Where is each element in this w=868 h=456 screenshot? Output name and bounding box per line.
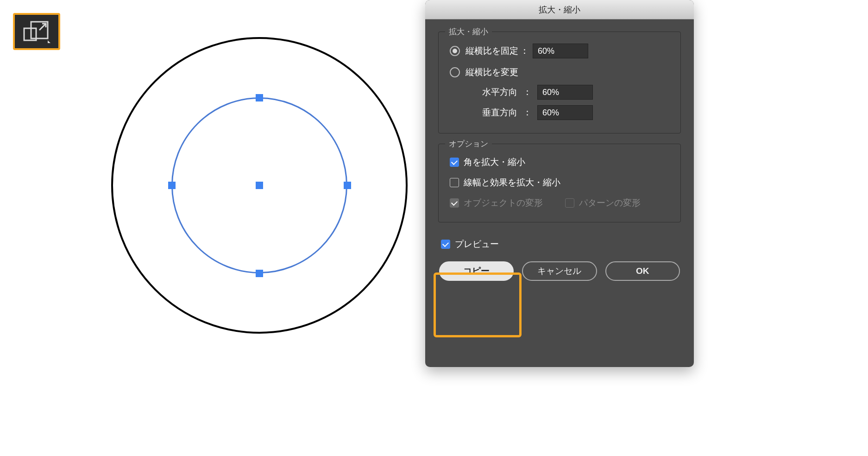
scale-corners-label: 角を拡大・縮小 — [464, 156, 525, 168]
anchor-top[interactable] — [256, 94, 263, 101]
horizontal-row: 水平方向 ： 60% — [450, 82, 669, 102]
ok-button[interactable]: OK — [605, 261, 680, 281]
scale-dialog: 拡大・縮小 拡大・縮小 縦横比を固定 ： 60% 縦横比を変更 水平方向 ： 6… — [425, 0, 694, 367]
uniform-value-field[interactable]: 60% — [533, 44, 588, 58]
anchor-right[interactable] — [344, 182, 351, 189]
scale-tool-icon — [13, 13, 60, 50]
uniform-label: 縦横比を固定 — [465, 45, 518, 57]
nonuniform-scale-row[interactable]: 縦横比を変更 — [450, 63, 669, 82]
preview-row[interactable]: プレビュー — [438, 233, 681, 250]
scale-strokes-row[interactable]: 線幅と効果を拡大・縮小 — [450, 174, 669, 191]
copy-button[interactable]: コピー — [439, 261, 514, 281]
vertical-value-field[interactable]: 60% — [537, 105, 593, 120]
options-section: オプション 角を拡大・縮小 線幅と効果を拡大・縮小 オブジェクトの変形 パターン… — [438, 144, 681, 222]
scale-icon — [23, 20, 50, 43]
anchor-bottom[interactable] — [256, 270, 263, 277]
scale-section: 拡大・縮小 縦横比を固定 ： 60% 縦横比を変更 水平方向 ： 60% 垂直方… — [438, 32, 681, 133]
vertical-label: 垂直方向 — [472, 107, 517, 119]
vertical-row: 垂直方向 ： 60% — [450, 102, 669, 123]
transform-patterns-label: パターンの変形 — [579, 197, 641, 209]
transform-objects-row: オブジェクトの変形 — [450, 197, 543, 209]
transform-patterns-checkbox — [565, 198, 574, 208]
uniform-radio[interactable] — [450, 46, 460, 56]
canvas-area — [111, 37, 408, 334]
options-section-label: オプション — [445, 139, 492, 149]
transform-objects-label: オブジェクトの変形 — [464, 197, 543, 209]
anchor-center[interactable] — [256, 182, 263, 189]
uniform-scale-row[interactable]: 縦横比を固定 ： 60% — [450, 41, 669, 61]
transform-objects-checkbox — [450, 198, 459, 208]
preview-checkbox[interactable] — [441, 240, 450, 249]
nonuniform-radio[interactable] — [450, 67, 460, 77]
anchor-left[interactable] — [168, 182, 176, 189]
preview-label: プレビュー — [455, 238, 499, 250]
svg-marker-2 — [48, 40, 50, 43]
scale-strokes-checkbox[interactable] — [450, 178, 459, 187]
transform-patterns-row: パターンの変形 — [565, 197, 641, 209]
scale-strokes-label: 線幅と効果を拡大・縮小 — [464, 177, 560, 189]
highlight-annotation — [434, 272, 522, 337]
scale-section-label: 拡大・縮小 — [445, 26, 492, 37]
horizontal-value-field[interactable]: 60% — [537, 85, 593, 100]
horizontal-label: 水平方向 — [472, 86, 517, 98]
scale-corners-row[interactable]: 角を拡大・縮小 — [450, 153, 669, 171]
cancel-button[interactable]: キャンセル — [522, 261, 597, 281]
scale-corners-checkbox[interactable] — [450, 158, 459, 167]
dialog-title: 拡大・縮小 — [425, 0, 694, 19]
nonuniform-label: 縦横比を変更 — [465, 66, 518, 78]
